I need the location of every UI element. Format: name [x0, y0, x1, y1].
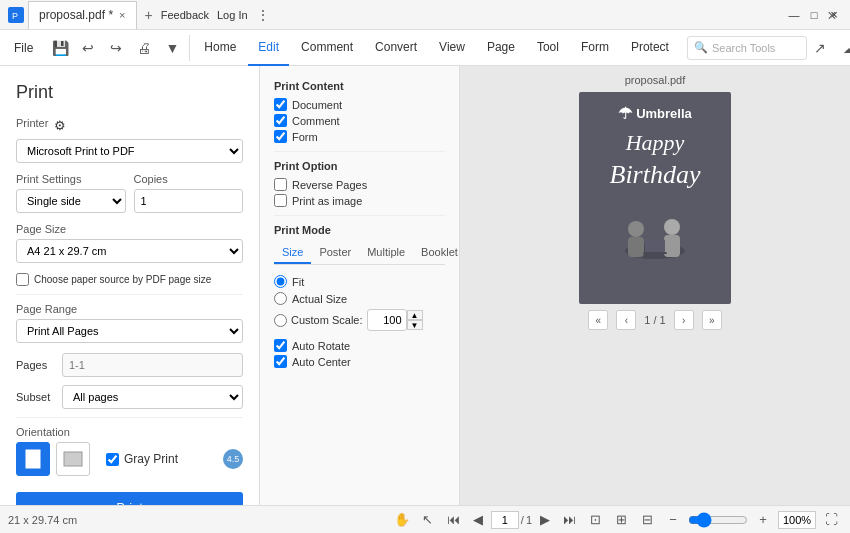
save-icon[interactable]: 💾 — [47, 35, 73, 61]
undo-icon[interactable]: ↩ — [75, 35, 101, 61]
reverse-pages-row: Reverse Pages — [274, 178, 445, 191]
comment-checkbox[interactable] — [274, 114, 287, 127]
cloud-icon[interactable]: ☁ — [837, 35, 850, 61]
fullscreen-button[interactable]: ⛶ — [820, 509, 842, 531]
tab-size[interactable]: Size — [274, 242, 311, 264]
auto-center-checkbox[interactable] — [274, 355, 287, 368]
print-settings-col: Print Settings Single side — [16, 173, 126, 213]
landscape-orientation-button[interactable] — [56, 442, 90, 476]
menu-toolbar: 💾 ↩ ↪ 🖨 ▼ — [43, 35, 190, 61]
print-settings-label: Print Settings — [16, 173, 126, 185]
tab-multiple[interactable]: Multiple — [359, 242, 413, 264]
choose-paper-checkbox[interactable] — [16, 273, 29, 286]
print-as-image-checkbox[interactable] — [274, 194, 287, 207]
reverse-pages-checkbox[interactable] — [274, 178, 287, 191]
prev-page-button[interactable]: ‹ — [616, 310, 636, 330]
menu-edit[interactable]: Edit — [248, 30, 289, 66]
zoom-out-button[interactable]: − — [662, 509, 684, 531]
scale-value-input[interactable]: 100 — [367, 309, 407, 331]
page-size-section: Page Size A4 21 x 29.7 cm — [16, 223, 243, 263]
pages-input[interactable] — [62, 353, 243, 377]
last-page-button[interactable]: » — [702, 310, 722, 330]
menu-comment[interactable]: Comment — [291, 30, 363, 66]
zoom-slider[interactable] — [688, 512, 748, 528]
menu-navigation: Home Edit Comment Convert View Page Tool… — [194, 30, 679, 66]
actual-size-radio[interactable] — [274, 292, 287, 305]
login-link[interactable]: Log In — [217, 9, 248, 21]
subset-select[interactable]: All pages — [62, 385, 243, 409]
document-tab[interactable]: proposal.pdf * × — [28, 1, 137, 29]
menu-home[interactable]: Home — [194, 30, 246, 66]
tab-bar: P proposal.pdf * × + Feedback Log In ⋮ —… — [0, 0, 850, 30]
print-button[interactable]: Print — [16, 492, 243, 505]
zoom-percent-input[interactable] — [778, 511, 816, 529]
search-icon: 🔍 — [694, 41, 708, 54]
scale-input-wrap: 100 ▲ ▼ — [367, 309, 423, 331]
menu-page[interactable]: Page — [477, 30, 525, 66]
next-page-nav-button[interactable]: ▶ — [534, 509, 556, 531]
select-tool-button[interactable]: ↖ — [417, 509, 439, 531]
printer-settings-icon[interactable]: ⚙ — [54, 118, 66, 133]
tab-poster[interactable]: Poster — [311, 242, 359, 264]
scale-down-button[interactable]: ▼ — [407, 320, 423, 330]
page-indicator: 1 / 1 — [644, 314, 665, 326]
menu-form[interactable]: Form — [571, 30, 619, 66]
feedback-link[interactable]: Feedback — [161, 9, 209, 21]
fit-radio-row: Fit — [274, 275, 445, 288]
auto-rotate-checkbox[interactable] — [274, 339, 287, 352]
preview-navigation: « ‹ 1 / 1 › » — [588, 310, 721, 330]
tab-booklet[interactable]: Booklet — [413, 242, 466, 264]
portrait-orientation-button[interactable] — [16, 442, 50, 476]
page-range-select[interactable]: Print All Pages — [16, 319, 243, 343]
printer-select[interactable]: Microsoft Print to PDF — [16, 139, 243, 163]
brand-name: Umbrella — [636, 106, 692, 121]
page-nav: ⏮ ◀ / 1 ▶ ⏭ — [443, 509, 580, 531]
custom-scale-radio[interactable] — [274, 314, 287, 327]
page-size-select[interactable]: A4 21 x 29.7 cm — [16, 239, 243, 263]
print-icon[interactable]: 🖨 — [131, 35, 157, 61]
printer-label: Printer — [16, 117, 48, 129]
more-tools-icon[interactable]: ▼ — [159, 35, 185, 61]
new-tab-button[interactable]: + — [137, 7, 161, 23]
minimize-button[interactable]: — — [786, 7, 802, 23]
menu-protect[interactable]: Protect — [621, 30, 679, 66]
menu-tool[interactable]: Tool — [527, 30, 569, 66]
current-page-input[interactable] — [491, 511, 519, 529]
last-page-nav-button[interactable]: ⏭ — [558, 509, 580, 531]
fit-width-button[interactable]: ⊞ — [610, 509, 632, 531]
first-page-button[interactable]: « — [588, 310, 608, 330]
gray-print-row: Gray Print — [106, 452, 178, 466]
orientation-section: Orientation Gray Print 4.5 — [16, 426, 243, 476]
maximize-button[interactable]: □ — [806, 7, 822, 23]
form-checkbox[interactable] — [274, 130, 287, 143]
open-external-icon[interactable]: ↗ — [807, 35, 833, 61]
print-title: Print — [16, 82, 243, 103]
first-page-nav-button[interactable]: ⏮ — [443, 509, 465, 531]
gray-print-checkbox[interactable] — [106, 453, 119, 466]
menu-view[interactable]: View — [429, 30, 475, 66]
prev-page-nav-button[interactable]: ◀ — [467, 509, 489, 531]
expand-icon[interactable]: 4.5 — [223, 449, 243, 469]
zoom-in-button[interactable]: + — [752, 509, 774, 531]
scale-up-button[interactable]: ▲ — [407, 310, 423, 320]
menu-convert[interactable]: Convert — [365, 30, 427, 66]
document-checkbox[interactable] — [274, 98, 287, 111]
reflow-button[interactable]: ⊟ — [636, 509, 658, 531]
portrait-icon — [25, 449, 41, 469]
feedback-login-area: Feedback Log In ⋮ — [161, 7, 270, 23]
umbrella-logo: ☂ Umbrella — [618, 104, 692, 123]
print-settings-select[interactable]: Single side — [16, 189, 126, 213]
menu-file[interactable]: File — [4, 30, 43, 66]
tab-close-btn[interactable]: × — [119, 9, 125, 21]
redo-icon[interactable]: ↪ — [103, 35, 129, 61]
fit-radio[interactable] — [274, 275, 287, 288]
more-options-icon[interactable]: ⋮ — [256, 7, 270, 23]
search-tools[interactable]: 🔍 Search Tools — [687, 36, 807, 60]
divider-3 — [274, 151, 445, 152]
fit-page-button[interactable]: ⊡ — [584, 509, 606, 531]
next-page-button[interactable]: › — [674, 310, 694, 330]
divider-1 — [16, 294, 243, 295]
svg-text:P: P — [12, 11, 18, 20]
copies-input[interactable]: 1 — [134, 189, 244, 213]
hand-tool-button[interactable]: ✋ — [391, 509, 413, 531]
